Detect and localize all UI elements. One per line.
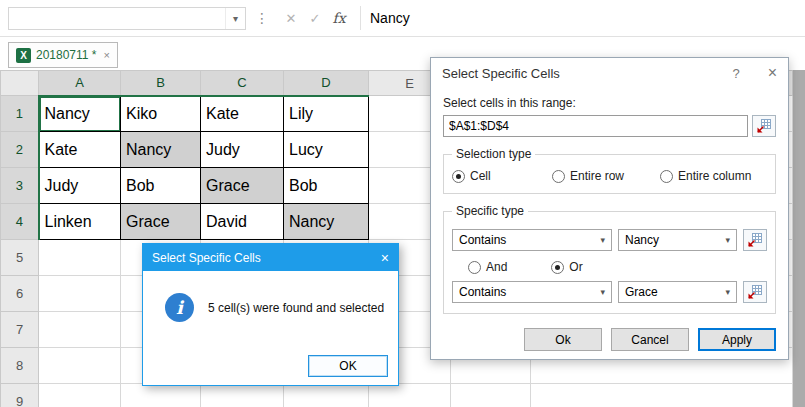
row-header-9[interactable]: 9 (1, 384, 39, 407)
empty-cell[interactable] (531, 384, 793, 407)
help-icon[interactable]: ? (732, 66, 739, 81)
range-selector-icon (748, 233, 762, 247)
cell-A3[interactable]: Judy (39, 168, 121, 204)
radio-entire-row-circle (552, 170, 565, 183)
workbook-tab[interactable]: X 20180711 * × (8, 42, 118, 68)
radio-entire-row[interactable]: Entire row (552, 169, 660, 183)
column-header-D[interactable]: D (284, 71, 369, 96)
name-box-dropdown-icon[interactable]: ▾ (225, 8, 245, 29)
cell-B2[interactable]: Nancy (121, 132, 201, 168)
apply-button[interactable]: Apply (698, 328, 776, 351)
row-header-2[interactable]: 2 (1, 132, 39, 168)
column-header-C[interactable]: C (201, 71, 284, 96)
condition1-select[interactable]: Contains ▾ (452, 229, 612, 251)
condition1-value: Contains (459, 233, 506, 247)
empty-cell[interactable] (121, 384, 201, 407)
cell-C2[interactable]: Judy (201, 132, 284, 168)
empty-cell[interactable] (369, 384, 451, 407)
column-header-A[interactable]: A (39, 71, 121, 96)
radio-cell-label: Cell (470, 169, 491, 183)
dialog-close-icon[interactable]: × (768, 64, 777, 82)
radio-entire-column-circle (660, 170, 673, 183)
radio-cell[interactable]: Cell (452, 169, 552, 183)
cell-D4[interactable]: Nancy (284, 204, 369, 240)
result-message-box: Select Specific Cells × i 5 cell(s) were… (142, 243, 399, 386)
row-header-7[interactable]: 7 (1, 312, 39, 348)
range-selector-button[interactable] (743, 229, 767, 251)
cell-A4[interactable]: Linken (39, 204, 121, 240)
radio-and[interactable]: And (468, 260, 507, 274)
empty-cell[interactable] (39, 240, 121, 276)
info-icon-glyph: i (176, 297, 183, 318)
enter-icon[interactable]: ✓ (303, 11, 327, 26)
excel-window: ▾ ⋮ ✕ ✓ fx Nancy X 20180711 * × A B C D … (0, 0, 805, 407)
dialog-title: Select Specific Cells (442, 66, 732, 81)
range-selector-button[interactable] (752, 115, 776, 137)
cell-A2[interactable]: Kate (39, 132, 121, 168)
chevron-down-icon: ▾ (600, 287, 605, 297)
more-options-icon[interactable]: ⋮ (255, 10, 270, 26)
messagebox-titlebar[interactable]: Select Specific Cells × (143, 244, 398, 271)
cell-C3[interactable]: Grace (201, 168, 284, 204)
messagebox-close-icon[interactable]: × (381, 250, 389, 266)
radio-entire-column[interactable]: Entire column (660, 169, 751, 183)
row-header-6[interactable]: 6 (1, 276, 39, 312)
empty-cell[interactable] (39, 384, 121, 407)
chevron-down-icon: ▾ (725, 287, 730, 297)
selection-type-group: Selection type Cell Entire row Entire co… (443, 147, 776, 194)
empty-cell[interactable] (451, 384, 531, 407)
range-label: Select cells in this range: (443, 96, 776, 110)
cell-C1[interactable]: Kate (201, 96, 284, 132)
range-input[interactable] (443, 115, 748, 137)
select-specific-cells-dialog: Select Specific Cells ? × Select cells i… (430, 57, 789, 360)
cancel-button[interactable]: Cancel (611, 328, 689, 351)
messagebox-ok-button[interactable]: OK (308, 355, 388, 377)
excel-icon: X (16, 48, 31, 63)
row-header-5[interactable]: 5 (1, 240, 39, 276)
window-edge (793, 70, 805, 407)
value1-text: Nancy (625, 233, 659, 247)
dialog-titlebar[interactable]: Select Specific Cells ? × (431, 58, 788, 88)
radio-or-circle (551, 261, 564, 274)
empty-cell[interactable] (39, 312, 121, 348)
condition2-select[interactable]: Contains ▾ (452, 281, 612, 303)
radio-entire-row-label: Entire row (570, 169, 624, 183)
empty-cell[interactable] (39, 348, 121, 384)
cell-D1[interactable]: Lily (284, 96, 369, 132)
cell-A1[interactable]: Nancy (39, 96, 121, 132)
empty-cell[interactable] (39, 276, 121, 312)
value2-text: Grace (625, 285, 658, 299)
insert-function-icon[interactable]: fx (327, 10, 351, 26)
empty-cell[interactable] (201, 384, 284, 407)
row-header-1[interactable]: 1 (1, 96, 39, 132)
cell-D2[interactable]: Lucy (284, 132, 369, 168)
row-header-4[interactable]: 4 (1, 204, 39, 240)
ok-button[interactable]: Ok (524, 328, 602, 351)
condition2-value: Contains (459, 285, 506, 299)
formula-input[interactable]: Nancy (370, 10, 805, 26)
dialog-body: Select cells in this range: Se (431, 88, 788, 361)
radio-cell-circle (452, 170, 465, 183)
radio-or[interactable]: Or (551, 260, 582, 274)
value2-combo[interactable]: Grace ▾ (618, 281, 737, 303)
tab-label: 20180711 * (36, 48, 97, 62)
empty-cell[interactable] (284, 384, 369, 407)
cancel-icon[interactable]: ✕ (279, 11, 303, 26)
info-icon: i (165, 293, 194, 322)
cell-B1[interactable]: Kiko (121, 96, 201, 132)
radio-or-label: Or (569, 260, 582, 274)
messagebox-message: 5 cell(s) were found and selected (208, 301, 384, 315)
cell-B4[interactable]: Grace (121, 204, 201, 240)
range-selector-button[interactable] (743, 281, 767, 303)
value1-combo[interactable]: Nancy ▾ (618, 229, 737, 251)
tab-close-icon[interactable]: × (104, 49, 110, 61)
cell-D3[interactable]: Bob (284, 168, 369, 204)
row-header-3[interactable]: 3 (1, 168, 39, 204)
cell-C4[interactable]: David (201, 204, 284, 240)
specific-type-legend: Specific type (452, 204, 528, 218)
select-all-corner[interactable] (1, 71, 39, 96)
column-header-B[interactable]: B (121, 71, 201, 96)
cell-B3[interactable]: Bob (121, 168, 201, 204)
name-box[interactable]: ▾ (8, 7, 246, 30)
row-header-8[interactable]: 8 (1, 348, 39, 384)
